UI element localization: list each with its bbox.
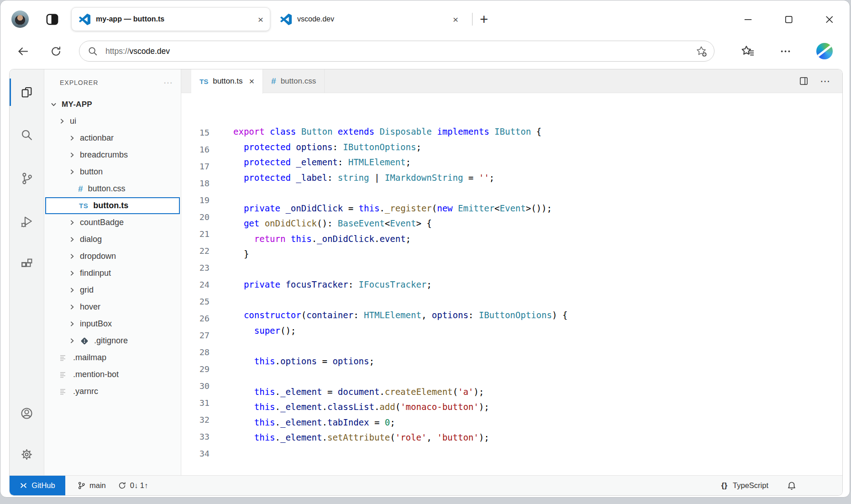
status-bar: GitHub main 0↓ 1↑ {} TypeScript (10, 475, 842, 495)
remote-indicator[interactable]: GitHub (10, 476, 65, 495)
tree-item-label: .gitignore (94, 336, 128, 346)
code-editor[interactable]: 1516171819202122232425262728293031323334… (181, 93, 842, 475)
browser-tab-active[interactable]: my-app — button.ts × (71, 7, 270, 31)
ts-file-icon: TS (79, 202, 88, 210)
tree-item-button.ts[interactable]: TSbutton.ts (45, 197, 180, 214)
editor-more-actions-icon[interactable]: ⋯ (820, 75, 830, 87)
favorites-icon[interactable] (741, 44, 755, 58)
maximize-button[interactable] (783, 14, 794, 25)
tree-item-mention-bot[interactable]: .mention-bot (44, 366, 181, 383)
tab-close-icon[interactable]: × (453, 15, 458, 24)
chevron-right-icon (69, 152, 75, 158)
tree-item-label: hover (80, 302, 100, 312)
branch-label: main (89, 481, 106, 490)
ts-file-icon: TS (200, 78, 208, 85)
tree-item-inputbox[interactable]: inputBox (44, 315, 181, 332)
chevron-right-icon (69, 287, 75, 293)
file-tree: MY-APPuiactionbarbreadcrumbsbutton#butto… (44, 96, 181, 400)
code-line: this._element.classList.add('monaco-butt… (233, 399, 842, 415)
settings-button[interactable] (16, 443, 38, 465)
code-line (233, 293, 842, 308)
chevron-right-icon (69, 270, 75, 276)
browser-tab-inactive[interactable]: vscode.dev × (273, 7, 465, 31)
tree-item-dropdown[interactable]: dropdown (44, 248, 181, 265)
code-line: export class Button extends Disposable i… (233, 124, 842, 140)
config-file-icon (59, 353, 68, 362)
code-line: protected _label: string | IMarkdownStri… (233, 170, 842, 186)
remote-icon (20, 482, 27, 489)
tree-item-findinput[interactable]: findinput (44, 265, 181, 282)
editor-tab-close-icon[interactable]: × (249, 76, 254, 87)
tree-item-hover[interactable]: hover (44, 299, 181, 315)
refresh-button[interactable] (50, 46, 62, 57)
tree-item-ui[interactable]: ui (44, 113, 181, 130)
editor-tab-label: button.css (281, 77, 316, 86)
tree-item-gitignore[interactable]: .gitignore (44, 332, 181, 349)
copilot-icon[interactable] (816, 43, 833, 59)
address-bar[interactable]: https://vscode.dev (79, 41, 714, 62)
line-number-gutter: 1516171819202122232425262728293031323334 (181, 124, 210, 475)
account-button[interactable] (16, 402, 38, 424)
tree-item-breadcrumbs[interactable]: breadcrumbs (44, 147, 181, 163)
css-file-icon: # (271, 76, 276, 86)
tree-item-button.css[interactable]: #button.css (44, 180, 181, 197)
chevron-right-icon (59, 118, 65, 124)
tab-groups-icon[interactable] (45, 12, 59, 26)
split-editor-icon[interactable] (798, 76, 809, 86)
tree-item-label: inputBox (80, 319, 112, 329)
url-scheme: https:// (105, 47, 130, 56)
editor-tab-button-ts[interactable]: TS button.ts × (191, 69, 263, 94)
minimize-button[interactable] (743, 14, 753, 25)
sync-indicator[interactable]: 0↓ 1↑ (118, 481, 148, 490)
line-number: 30 (181, 378, 210, 394)
active-view-indicator (10, 79, 11, 106)
code-line (233, 262, 842, 278)
tree-item-countbadge[interactable]: countBadge (44, 214, 181, 231)
sidebar-item-explorer[interactable] (16, 81, 38, 103)
code-line: private focusTracker: IFocusTracker; (233, 277, 842, 293)
address-bar-row: https://vscode.dev (0, 34, 850, 68)
code-line: get onDidClick(): BaseEvent<Event> { (233, 216, 842, 231)
tree-item-label: breadcrumbs (80, 150, 128, 160)
explorer-more-icon[interactable]: ⋯ (163, 77, 173, 88)
tab-close-icon[interactable]: × (258, 15, 263, 24)
add-favorite-icon[interactable] (695, 45, 708, 58)
tree-item-label: .yarnrc (73, 387, 98, 396)
tree-item-actionbar[interactable]: actionbar (44, 130, 181, 147)
branch-indicator[interactable]: main (77, 481, 106, 490)
tree-item-grid[interactable]: grid (44, 282, 181, 299)
window-controls (743, 14, 835, 25)
tree-item-label: dropdown (80, 252, 116, 261)
language-mode[interactable]: TypeScript (733, 481, 768, 490)
editor-tab-button-css[interactable]: # button.css (263, 69, 325, 93)
close-button[interactable] (824, 14, 835, 25)
sidebar-item-source-control[interactable] (16, 167, 38, 189)
line-number: 31 (181, 394, 210, 411)
tree-item-button[interactable]: button (44, 163, 181, 180)
line-number: 25 (181, 293, 210, 310)
activity-bar (10, 69, 44, 475)
tree-item-mailmap[interactable]: .mailmap (44, 349, 181, 366)
editor-tab-bar: TS button.ts × # button.css ⋯ (181, 69, 842, 93)
browser-tab-title: vscode.dev (297, 15, 447, 23)
tree-item-yarnrc[interactable]: .yarnrc (44, 383, 181, 400)
code-line: super(); (233, 323, 842, 339)
browser-menu-icon[interactable] (779, 45, 792, 58)
sidebar-item-extensions[interactable] (16, 253, 38, 275)
line-number: 34 (181, 445, 210, 462)
chevron-right-icon (69, 338, 75, 344)
chevron-right-icon (69, 304, 75, 310)
sidebar-item-search[interactable] (16, 124, 38, 146)
notifications-button[interactable] (787, 481, 797, 491)
vscode-logo-icon (79, 14, 90, 25)
sidebar-item-run-debug[interactable] (16, 210, 38, 232)
tree-item-dialog[interactable]: dialog (44, 231, 181, 248)
tree-item-label: dialog (80, 235, 102, 244)
profile-avatar[interactable] (11, 10, 29, 28)
tree-item-my-app[interactable]: MY-APP (44, 96, 181, 113)
chevron-down-icon (51, 101, 57, 107)
url-text[interactable]: https://vscode.dev (105, 47, 170, 56)
back-button[interactable] (17, 45, 29, 58)
new-tab-button[interactable]: + (480, 12, 488, 26)
code-line: return this._onDidClick.event; (233, 231, 842, 247)
